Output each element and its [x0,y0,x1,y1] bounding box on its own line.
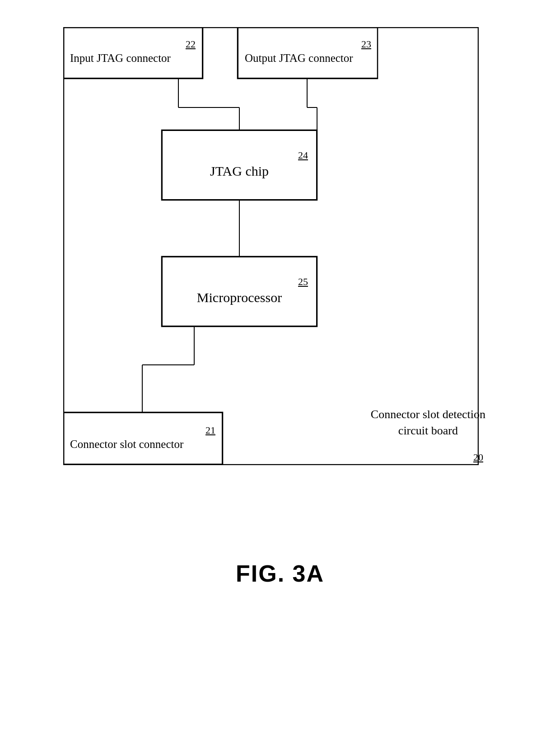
microprocessor-box: 25 Microprocessor [162,256,317,326]
output-jtag-label: Output JTAG connector [245,51,353,66]
diagram-svg [63,27,479,465]
board-label: Connector slot detectioncircuit board [371,406,485,439]
diagram-area: 22 Input JTAG connector 23 Output JTAG c… [63,27,497,524]
connector-slot-label: Connector slot connector [70,437,183,452]
connector-slot-ref: 21 [205,425,215,435]
output-jtag-box: 23 Output JTAG connector [238,28,378,79]
microprocessor-ref: 25 [298,277,308,287]
board-label-text: Connector slot detectioncircuit board [371,408,485,437]
input-jtag-ref: 22 [186,39,196,49]
jtag-chip-label: JTAG chip [171,162,308,180]
connector-slot-box: 21 Connector slot connector [64,412,223,464]
microprocessor-label: Microprocessor [171,289,308,306]
figure-label: FIG. 3A [236,560,324,587]
svg-rect-0 [64,28,478,465]
input-jtag-box: 22 Input JTAG connector [64,28,203,79]
jtag-chip-box: 24 JTAG chip [162,130,317,200]
page-container: 22 Input JTAG connector 23 Output JTAG c… [0,0,560,732]
input-jtag-label: Input JTAG connector [70,51,171,66]
output-jtag-ref: 23 [361,39,371,49]
jtag-chip-ref: 24 [298,150,308,160]
board-ref: 20 [473,452,483,463]
